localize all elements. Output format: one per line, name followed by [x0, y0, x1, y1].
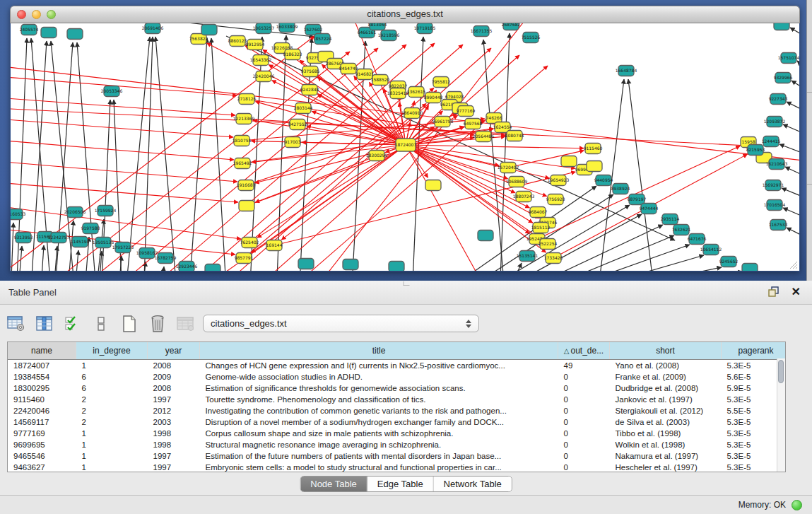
graph-node[interactable]: 1810755	[233, 136, 252, 146]
graph-node[interactable]: 8860123	[228, 36, 247, 47]
table-cell[interactable]: 0	[558, 382, 610, 394]
table-settings-icon[interactable]	[6, 314, 27, 334]
graph-node[interactable]: 1815112	[531, 223, 551, 233]
graph-node[interactable]: 19218596	[378, 30, 400, 41]
table-cell[interactable]: 2008	[148, 360, 200, 372]
table-cell[interactable]: 1	[76, 439, 148, 450]
table-cell[interactable]: 2009	[148, 371, 200, 382]
graph-node[interactable]: 16033809	[276, 23, 298, 33]
table-cell[interactable]: 1	[76, 428, 148, 439]
graph-edge[interactable]	[11, 140, 234, 160]
graph-edge[interactable]	[143, 37, 153, 271]
tab-edge-table[interactable]: Edge Table	[367, 477, 434, 491]
table-cell[interactable]: 2	[76, 416, 148, 428]
graph-node[interactable]	[239, 201, 254, 211]
column-header-pagerank[interactable]: pagerank	[722, 342, 787, 360]
graph-node[interactable]: 8938924	[611, 184, 630, 194]
table-cell[interactable]: 19384554	[8, 371, 76, 382]
column-header-title[interactable]: title	[200, 342, 558, 360]
graph-node[interactable]	[774, 23, 789, 30]
table-cell[interactable]: 2012	[148, 405, 200, 416]
graph-edge[interactable]	[779, 144, 800, 156]
table-cell[interactable]: 9699695	[8, 439, 76, 450]
table-cell[interactable]: 0	[558, 428, 610, 439]
graph-node[interactable]: 2687682	[502, 23, 521, 30]
graph-node[interactable]	[425, 180, 441, 191]
graph-node[interactable]: 9197588	[81, 223, 100, 234]
graph-edge[interactable]	[160, 267, 164, 271]
graph-node[interactable]: 9329966	[774, 73, 793, 83]
graph-edge[interactable]	[785, 167, 800, 178]
table-cell[interactable]: 1998	[148, 428, 200, 439]
graph-edge[interactable]	[797, 61, 800, 72]
table-cell[interactable]: de Silva et al. (2003)	[610, 416, 722, 428]
graph-node[interactable]: 2803144	[294, 103, 313, 114]
graph-node[interactable]: 7857224	[313, 34, 332, 45]
table-cell[interactable]: Tourette syndrome. Phenomenology and cla…	[200, 394, 558, 405]
graph-node[interactable]: 9756928	[546, 194, 565, 205]
column-header-outde[interactable]: △out_de...	[558, 342, 610, 360]
graph-node[interactable]: 9245652	[719, 257, 739, 267]
graph-edge[interactable]	[406, 145, 584, 148]
graph-node[interactable]: 1965492	[233, 158, 252, 169]
graph-edge[interactable]	[244, 103, 426, 258]
table-cell[interactable]: 22420046	[8, 405, 76, 416]
graph-node[interactable]: 8215953	[746, 145, 765, 156]
table-cell[interactable]: 1997	[148, 462, 200, 472]
table-row[interactable]: 977716911998Corpus callosum shape and si…	[8, 428, 786, 439]
table-cell[interactable]: 0	[558, 450, 610, 462]
graph-edge[interactable]	[783, 208, 800, 219]
table-row[interactable]: 911546021997Tourette syndrome. Phenomeno…	[8, 394, 786, 405]
show-columns-icon[interactable]	[34, 314, 55, 334]
table-cell[interactable]: 2	[76, 405, 148, 416]
select-all-rows-icon[interactable]	[62, 314, 83, 334]
resize-grip-icon[interactable]	[788, 259, 798, 269]
graph-edge[interactable]	[67, 48, 378, 271]
graph-node[interactable]: 1916687	[237, 180, 256, 191]
table-cell[interactable]: 18724007	[8, 360, 76, 372]
graph-node[interactable]: 26160533	[11, 209, 25, 220]
table-cell[interactable]: 9465546	[8, 450, 76, 462]
graph-node[interactable]: 2935114	[661, 214, 680, 225]
memory-status-indicator[interactable]	[792, 500, 802, 510]
graph-node[interactable]: 17159924	[95, 206, 117, 216]
graph-edge[interactable]	[500, 33, 510, 271]
table-cell[interactable]: 0	[558, 416, 610, 428]
graph-node[interactable]: 1362615	[407, 87, 426, 98]
table-cell[interactable]: Investigating the contribution of common…	[200, 405, 558, 416]
graph-node[interactable]: 7625402	[240, 238, 259, 248]
graph-node[interactable]: 2522254	[539, 239, 558, 250]
table-selector-dropdown[interactable]: citations_edges.txt	[203, 315, 479, 332]
table-cell[interactable]: 1998	[148, 439, 200, 450]
table-row[interactable]: 969969511998Structural magnetic resonanc…	[8, 439, 786, 450]
graph-edge[interactable]	[11, 161, 237, 182]
graph-node[interactable]: 15720407	[498, 163, 519, 173]
table-row[interactable]: 946362711997Embryonic stem cells: a mode…	[8, 462, 786, 472]
table-cell[interactable]: Structural magnetic resonance image aver…	[200, 439, 558, 450]
table-cell[interactable]: 9463627	[8, 462, 76, 472]
table-cell[interactable]: 1	[76, 462, 148, 472]
graph-node[interactable]: 15751074	[778, 53, 800, 64]
graph-node[interactable]: 20053346	[101, 86, 123, 97]
table-cell[interactable]: Nakamura et al. (1997)	[610, 450, 722, 462]
graph-node[interactable]: 18640910	[401, 108, 423, 119]
graph-node[interactable]: 12342757	[48, 233, 70, 243]
table-row[interactable]: 2242004622012Investigating the contribut…	[8, 405, 786, 416]
table-cell[interactable]: 49	[558, 360, 610, 372]
graph-edge[interactable]	[790, 28, 800, 39]
graph-edge[interactable]	[792, 81, 800, 92]
citation-network-graph[interactable]: 1872400775638228860123891295418226058165…	[11, 23, 800, 271]
row-height-icon[interactable]	[90, 314, 112, 334]
table-cell[interactable]: 9777169	[8, 428, 76, 439]
column-header-year[interactable]: year	[148, 342, 200, 360]
graph-edge[interactable]	[187, 145, 406, 271]
graph-node[interactable]: 8813054	[368, 23, 387, 30]
table-cell[interactable]: 2003	[148, 416, 200, 428]
graph-node[interactable]	[478, 230, 493, 241]
graph-node[interactable]: 1145194	[71, 237, 90, 247]
graph-node[interactable]: 7955812	[432, 77, 451, 88]
table-cell[interactable]: 1	[76, 360, 148, 372]
table-cell[interactable]: 9115460	[8, 394, 76, 405]
graph-edge[interactable]	[11, 182, 238, 202]
graph-node[interactable]: 10688609	[506, 177, 528, 187]
